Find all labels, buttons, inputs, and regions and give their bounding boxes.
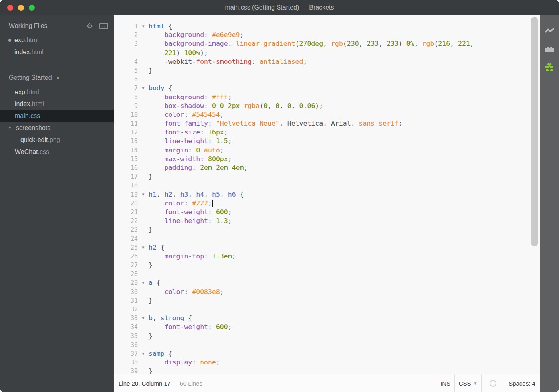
line-number: 16 (114, 163, 138, 172)
code-line[interactable]: 38 display: none; (114, 358, 540, 367)
code-line[interactable]: 34 font-weight: 600; (114, 323, 540, 331)
code-line[interactable]: 33▼b, strong { (114, 314, 540, 323)
line-number: 9 (114, 102, 138, 110)
line-gutter: 32 (114, 305, 149, 314)
insert-mode-toggle[interactable]: INS (436, 374, 454, 392)
cursor-position: Line 20, Column 17 — 60 Lines (114, 380, 436, 387)
tree-file[interactable]: exp.html (0, 86, 114, 98)
code-line[interactable]: 19▼h1, h2, h3, h4, h5, h6 { (114, 190, 540, 199)
code-line[interactable]: 29▼a { (114, 278, 540, 287)
indent-size-value[interactable]: 4 (532, 380, 535, 387)
project-dropdown[interactable]: Getting Started ▼ (0, 69, 114, 86)
line-gutter: 4 (114, 57, 149, 66)
code-text: line-height: 1.3; (149, 217, 232, 225)
folder-disclosure-icon[interactable]: ▾ (9, 125, 11, 130)
fold-arrow-icon[interactable]: ▼ (138, 349, 149, 358)
code-line[interactable]: 1▼html { (114, 22, 540, 31)
line-number: 2 (114, 31, 138, 39)
code-line[interactable]: 10 color: #545454; (114, 110, 540, 119)
fold-spacer (138, 39, 149, 48)
code-line[interactable]: 26 margin-top: 1.3em; (114, 252, 540, 261)
code-line[interactable]: 28 (114, 270, 540, 278)
lint-status-icon (490, 380, 496, 387)
code-line[interactable]: 37▼samp { (114, 349, 540, 358)
working-files-title: Working Files (9, 22, 87, 30)
code-line[interactable]: 8 background: #fff; (114, 93, 540, 102)
code-line[interactable]: 24 (114, 234, 540, 243)
code-line[interactable]: 25▼h2 { (114, 243, 540, 252)
code-line[interactable]: 39} (114, 367, 540, 374)
tree-file[interactable]: WeChat.css (0, 146, 114, 158)
code-line[interactable]: 22 line-height: 1.3; (114, 217, 540, 225)
line-number: 4 (114, 57, 138, 66)
right-toolbar (540, 15, 559, 392)
line-number: 39 (114, 367, 138, 374)
fold-spacer (138, 172, 149, 181)
line-number: 13 (114, 137, 138, 146)
code-line[interactable]: 27} (114, 261, 540, 270)
code-text: } (149, 66, 153, 75)
code-line[interactable]: 15 max-width: 800px; (114, 155, 540, 163)
code-line[interactable]: 5} (114, 66, 540, 75)
lint-status[interactable] (481, 374, 504, 392)
fold-spacer (138, 261, 149, 270)
line-number: 17 (114, 172, 138, 181)
gear-icon[interactable]: ⚙ (87, 22, 93, 30)
code-line[interactable]: 17} (114, 172, 540, 181)
code-line[interactable]: 12 font-size: 16px; (114, 128, 540, 137)
fold-arrow-icon[interactable]: ▼ (138, 314, 149, 323)
fold-arrow-icon[interactable]: ▼ (138, 243, 149, 252)
tree-file[interactable]: quick-edit.png (0, 134, 114, 146)
code-line[interactable]: 9 box-shadow: 0 0 2px rgba(0, 0, 0, 0.06… (114, 102, 540, 110)
code-line[interactable]: 21 font-weight: 600; (114, 208, 540, 217)
line-gutter: 11 (114, 119, 149, 128)
fold-spacer (138, 49, 149, 57)
code-line[interactable]: 16 padding: 2em 2em 4em; (114, 163, 540, 172)
code-line[interactable]: 14 margin: 0 auto; (114, 146, 540, 155)
code-line[interactable]: 23} (114, 225, 540, 234)
code-line[interactable]: 3 background-image: linear-gradient(270d… (114, 39, 540, 48)
fold-spacer (138, 296, 149, 305)
fold-spacer (138, 137, 149, 146)
working-file-item[interactable]: index.html (0, 46, 114, 58)
code-line[interactable]: 30 color: #0083e8; (114, 288, 540, 296)
code-line[interactable]: 18 (114, 181, 540, 190)
fold-arrow-icon[interactable]: ▼ (138, 278, 149, 287)
fold-arrow-icon[interactable]: ▼ (138, 22, 149, 31)
line-gutter (114, 49, 149, 57)
line-gutter: 5 (114, 66, 149, 75)
line-gutter: 7▼ (114, 84, 149, 93)
code-line[interactable]: 6 (114, 75, 540, 84)
fold-spacer (138, 181, 149, 190)
tree-file[interactable]: index.html (0, 98, 114, 110)
scrollbar-thumb[interactable] (531, 17, 538, 246)
working-file-item[interactable]: exp.html (0, 34, 114, 46)
code-line[interactable]: 2 background: #e6e9e9; (114, 31, 540, 39)
fold-arrow-icon[interactable]: ▼ (138, 190, 149, 199)
live-preview-icon[interactable] (544, 26, 555, 35)
split-view-icon[interactable]: ↔ (99, 23, 108, 29)
code-text: font-family: "Helvetica Neue", Helvetica… (149, 119, 402, 128)
code-line[interactable]: 20 color: #222; (114, 199, 540, 208)
code-line[interactable]: 36 (114, 341, 540, 349)
extension-update-icon[interactable] (544, 63, 555, 72)
file-extension: .html (30, 100, 44, 107)
language-selector[interactable]: CSS ▼ (454, 374, 481, 392)
code-line[interactable]: 31} (114, 296, 540, 305)
code-line[interactable]: 32 (114, 305, 540, 314)
extension-manager-icon[interactable] (544, 45, 555, 53)
code-line[interactable]: 35} (114, 332, 540, 341)
tree-file[interactable]: main.css (0, 110, 114, 122)
fold-arrow-icon[interactable]: ▼ (138, 84, 149, 93)
code-line[interactable]: 7▼body { (114, 84, 540, 93)
code-line[interactable]: 221) 100%); (114, 49, 540, 57)
code-editor[interactable]: 1▼html {2 background: #e6e9e9;3 backgrou… (114, 15, 540, 374)
code-line[interactable]: 13 line-height: 1.5; (114, 137, 540, 146)
file-extension: .png (48, 136, 60, 143)
code-line[interactable]: 4 -webkit-font-smoothing: antialiased; (114, 57, 540, 66)
tree-folder[interactable]: ▾screenshots (0, 122, 114, 134)
line-number: 5 (114, 66, 138, 75)
code-line[interactable]: 11 font-family: "Helvetica Neue", Helvet… (114, 119, 540, 128)
line-number: 38 (114, 358, 138, 367)
indent-setting[interactable]: Spaces: 4 (504, 374, 540, 392)
